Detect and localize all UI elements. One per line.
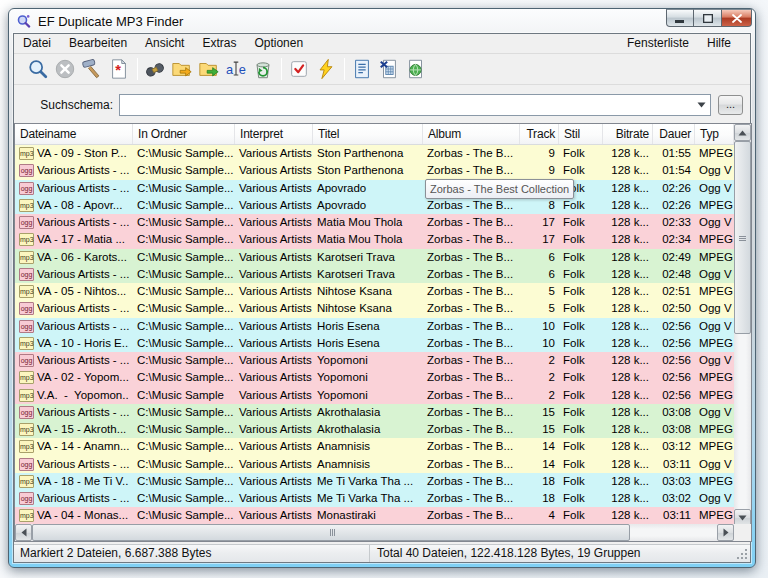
tools-icon — [81, 58, 103, 80]
horizontal-scroll-thumb[interactable] — [32, 524, 630, 541]
app-window: EF Duplicate MP3 Finder DateiBearbeitenA… — [8, 8, 756, 568]
cell-folder: C:\Music Sample... — [133, 473, 235, 490]
menu-optionen[interactable]: Optionen — [245, 34, 312, 53]
table-row[interactable]: oggVarious Artists - ...C:\Music Sample.… — [15, 300, 734, 317]
recycle-bin-button[interactable] — [251, 57, 275, 81]
table-row[interactable]: mp3VA - 05 - Nihtos...C:\Music Sample...… — [15, 283, 734, 300]
close-button[interactable] — [722, 9, 752, 27]
table-row[interactable]: oggVarious Artists - ...C:\Music Sample.… — [15, 352, 734, 369]
vertical-scroll-thumb[interactable] — [734, 141, 751, 334]
rename-button[interactable]: ae — [224, 57, 248, 81]
column-header-stil[interactable]: Stil — [559, 124, 603, 144]
table-row[interactable]: mp3VA - 18 - Me Ti V...C:\Music Sample..… — [15, 473, 734, 490]
stop-icon — [54, 58, 76, 80]
cell-duration: 01:54 — [653, 162, 695, 179]
tools-button[interactable] — [80, 57, 104, 81]
browse-button[interactable]: ... — [718, 95, 743, 115]
table-row[interactable]: oggVarious Artists - ...C:\Music Sample.… — [15, 162, 734, 179]
cell-folder: C:\Music Sample... — [133, 197, 235, 214]
column-header-album[interactable]: Album — [423, 124, 520, 144]
cell-artist: Various Artists — [235, 231, 313, 248]
table-row[interactable]: mp3VA - 17 - Matia ...C:\Music Sample...… — [15, 231, 734, 248]
cell-album: Zorbas - The B... — [423, 352, 520, 369]
cell-filename: V.A. - Yopomon... — [37, 387, 129, 404]
horizontal-scrollbar[interactable] — [15, 524, 734, 541]
mp3-file-icon: mp3 — [19, 147, 34, 160]
column-header-dauer[interactable]: Dauer — [653, 124, 695, 144]
column-header-track[interactable]: Track — [520, 124, 559, 144]
cell-duration: 02:56 — [653, 335, 695, 352]
cell-album: Zorbas - The B... — [423, 438, 520, 455]
title-bar: EF Duplicate MP3 Finder — [9, 9, 755, 33]
table-row[interactable]: oggVarious Artists - ...C:\Music Sample.… — [15, 456, 734, 473]
vertical-scrollbar[interactable] — [734, 124, 751, 526]
menu-bar: DateiBearbeitenAnsichtExtrasOptionen Fen… — [14, 34, 750, 54]
menu-extras[interactable]: Extras — [193, 34, 245, 53]
cell-track: 2 — [520, 387, 559, 404]
cell-track: 9 — [520, 162, 559, 179]
scroll-right-button[interactable] — [717, 524, 734, 541]
table-row[interactable]: mp3VA - 15 - Akroth...C:\Music Sample...… — [15, 421, 734, 438]
table-row[interactable]: oggVarious Artists - ...C:\Music Sample.… — [15, 180, 734, 197]
column-header-typ[interactable]: Typ — [695, 124, 734, 144]
table-row[interactable]: mp3VA - 02 - Yopom...C:\Music Sample...V… — [15, 369, 734, 386]
cell-filename: Various Artists - ... — [37, 162, 129, 179]
cell-bitrate: 128 k... — [603, 352, 653, 369]
search-button[interactable] — [26, 57, 50, 81]
menu-fensterliste[interactable]: Fensterliste — [618, 34, 698, 53]
ogg-file-icon: ogg — [19, 320, 34, 333]
report-button[interactable] — [350, 57, 374, 81]
column-header-titel[interactable]: Titel — [313, 124, 423, 144]
menu-hilfe[interactable]: Hilfe — [698, 34, 740, 53]
export-icon — [378, 58, 400, 80]
export-button[interactable] — [377, 57, 401, 81]
scroll-up-button[interactable] — [734, 124, 751, 141]
status-marked: Markiert 2 Dateien, 6.687.388 Bytes — [14, 545, 370, 562]
resize-grip[interactable] — [736, 548, 749, 561]
cell-album: Zorbas - The B... — [423, 162, 520, 179]
menu-ansicht[interactable]: Ansicht — [136, 34, 193, 53]
scroll-left-button[interactable] — [15, 524, 32, 541]
cell-title: Anamnisis — [313, 456, 423, 473]
cell-type: Ogg V — [695, 318, 734, 335]
table-row[interactable]: mp3VA - 14 - Anamn...C:\Music Sample...V… — [15, 438, 734, 455]
column-header-dateiname[interactable]: Dateiname — [15, 124, 133, 144]
table-row[interactable]: oggVarious Artists - ...C:\Music Sample.… — [15, 318, 734, 335]
folder-copy-button[interactable] — [197, 57, 221, 81]
execute-button[interactable] — [314, 57, 338, 81]
cell-bitrate: 128 k... — [603, 266, 653, 283]
table-row[interactable]: oggVarious Artists - ...C:\Music Sample.… — [15, 404, 734, 421]
table-row[interactable]: oggVarious Artists - ...C:\Music Sample.… — [15, 490, 734, 507]
column-header-in ordner[interactable]: In Ordner — [133, 124, 235, 144]
cell-duration: 03:08 — [653, 421, 695, 438]
checklist-button[interactable] — [287, 57, 311, 81]
menu-bearbeiten[interactable]: Bearbeiten — [60, 34, 136, 53]
cell-duration: 02:33 — [653, 214, 695, 231]
menu-left: DateiBearbeitenAnsichtExtrasOptionen — [14, 34, 312, 53]
table-row[interactable]: mp3V.A. - Yopomon...C:\Music SampleVario… — [15, 387, 734, 404]
new-search-button[interactable]: * — [107, 57, 131, 81]
cell-artist: Various Artists — [235, 162, 313, 179]
stop-button[interactable] — [53, 57, 77, 81]
client-area: DateiBearbeitenAnsichtExtrasOptionen Fen… — [13, 33, 751, 563]
table-row[interactable]: mp3VA - 06 - Karots...C:\Music Sample...… — [15, 249, 734, 266]
table-row[interactable]: mp3VA - 09 - Ston P...C:\Music Sample...… — [15, 145, 734, 162]
minimize-button[interactable] — [666, 9, 694, 27]
browser-button[interactable] — [404, 57, 428, 81]
table-row[interactable]: oggVarious Artists - ...C:\Music Sample.… — [15, 214, 734, 231]
column-header-bitrate[interactable]: Bitrate — [603, 124, 653, 144]
table-row[interactable]: mp3VA - 04 - Monas...C:\Music Sample...V… — [15, 507, 734, 524]
column-header-interpret[interactable]: Interpret — [235, 124, 313, 144]
table-row[interactable]: oggVarious Artists - ...C:\Music Sample.… — [15, 266, 734, 283]
cell-folder: C:\Music Sample... — [133, 438, 235, 455]
chevron-down-icon[interactable] — [693, 96, 709, 114]
cell-title: Apovrado — [313, 180, 423, 197]
maximize-button[interactable] — [694, 9, 722, 27]
menu-datei[interactable]: Datei — [14, 34, 60, 53]
search-combobox[interactable] — [119, 94, 711, 116]
preview-button[interactable] — [143, 57, 167, 81]
ogg-file-icon: ogg — [19, 302, 34, 315]
table-row[interactable]: mp3VA - 08 - Apovr...C:\Music Sample...V… — [15, 197, 734, 214]
table-row[interactable]: mp3VA - 10 - Horis E...C:\Music Sample..… — [15, 335, 734, 352]
folder-move-button[interactable] — [170, 57, 194, 81]
